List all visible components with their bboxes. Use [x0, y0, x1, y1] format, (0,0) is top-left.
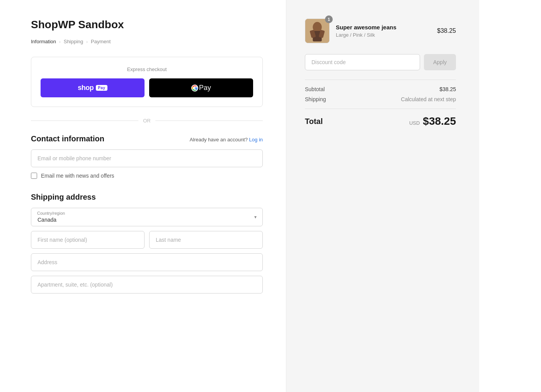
first-name-group — [31, 231, 145, 249]
express-buttons: shop Pay Pay — [41, 78, 253, 97]
summary-top-divider — [305, 80, 456, 80]
product-image-wrap: 1 — [305, 19, 330, 43]
subtotal-row: Subtotal $38.25 — [305, 86, 456, 92]
product-row: 1 Super awesome jeans Large / Pink / Sil… — [305, 19, 456, 43]
subtotal-label: Subtotal — [305, 86, 325, 92]
or-divider: OR — [31, 118, 263, 124]
store-title: ShopWP Sandbox — [31, 19, 263, 31]
newsletter-label: Email me with news and offers — [41, 173, 114, 179]
subtotal-value: $38.25 — [439, 86, 456, 92]
country-field-group: Country/region Canada United States Unit… — [31, 208, 263, 226]
google-pay-text: Pay — [199, 84, 211, 92]
google-g-icon — [191, 85, 198, 92]
contact-section: Contact information Already have an acco… — [31, 134, 263, 179]
shipping-section: Shipping address Country/region Canada U… — [31, 193, 263, 294]
total-row: Total USD $38.25 — [305, 115, 456, 127]
apt-group — [31, 276, 263, 294]
last-name-group — [149, 231, 263, 249]
express-checkout-label: Express checkout — [41, 66, 253, 72]
address-group — [31, 253, 263, 271]
left-panel: ShopWP Sandbox Information › Shipping › … — [0, 0, 286, 392]
discount-row: Apply — [305, 54, 456, 70]
google-pay-button[interactable]: Pay — [149, 78, 253, 97]
shopify-pay-button[interactable]: shop Pay — [41, 78, 145, 97]
country-select-wrapper: Country/region Canada United States Unit… — [31, 208, 263, 226]
total-currency: USD — [409, 120, 420, 126]
last-name-input[interactable] — [149, 231, 263, 249]
address-input[interactable] — [31, 253, 263, 271]
shipping-title: Shipping address — [31, 193, 263, 202]
product-name: Super awesome jeans — [336, 24, 431, 31]
contact-title: Contact information — [31, 134, 104, 143]
breadcrumb-information[interactable]: Information — [31, 39, 56, 44]
contact-header: Contact information Already have an acco… — [31, 134, 263, 143]
express-checkout-box: Express checkout shop Pay Pay — [31, 57, 263, 107]
breadcrumb: Information › Shipping › Payment — [31, 39, 263, 44]
shipping-value: Calculated at next step — [401, 96, 456, 102]
email-field-group — [31, 149, 263, 167]
total-amount: $38.25 — [423, 115, 456, 127]
discount-input[interactable] — [305, 54, 420, 70]
shopify-pay-badge: Pay — [96, 85, 107, 91]
email-input[interactable] — [31, 149, 263, 167]
right-panel: 1 Super awesome jeans Large / Pink / Sil… — [286, 0, 479, 392]
breadcrumb-payment[interactable]: Payment — [91, 39, 111, 44]
product-info: Super awesome jeans Large / Pink / Silk — [336, 24, 431, 38]
country-select[interactable]: Canada United States United Kingdom — [31, 208, 263, 226]
login-link[interactable]: Log in — [249, 137, 263, 143]
product-price: $38.25 — [437, 27, 456, 34]
login-prompt: Already have an account? Log in — [190, 137, 263, 143]
shopify-pay-shop-text: shop — [78, 84, 94, 92]
chevron-icon-1: › — [59, 39, 61, 44]
quantity-badge: 1 — [325, 15, 333, 23]
product-thumbnail — [305, 19, 329, 43]
product-variant: Large / Pink / Silk — [336, 32, 431, 38]
product-image — [305, 19, 330, 43]
chevron-icon-2: › — [86, 39, 88, 44]
apply-button[interactable]: Apply — [424, 54, 456, 70]
total-right: USD $38.25 — [409, 115, 456, 127]
shipping-label: Shipping — [305, 96, 326, 102]
newsletter-checkbox[interactable] — [31, 173, 37, 179]
name-row — [31, 231, 263, 253]
total-label: Total — [305, 117, 323, 126]
breadcrumb-shipping[interactable]: Shipping — [64, 39, 83, 44]
first-name-input[interactable] — [31, 231, 145, 249]
shipping-row: Shipping Calculated at next step — [305, 96, 456, 102]
apt-input[interactable] — [31, 276, 263, 294]
total-divider — [305, 109, 456, 109]
newsletter-row: Email me with news and offers — [31, 173, 263, 179]
